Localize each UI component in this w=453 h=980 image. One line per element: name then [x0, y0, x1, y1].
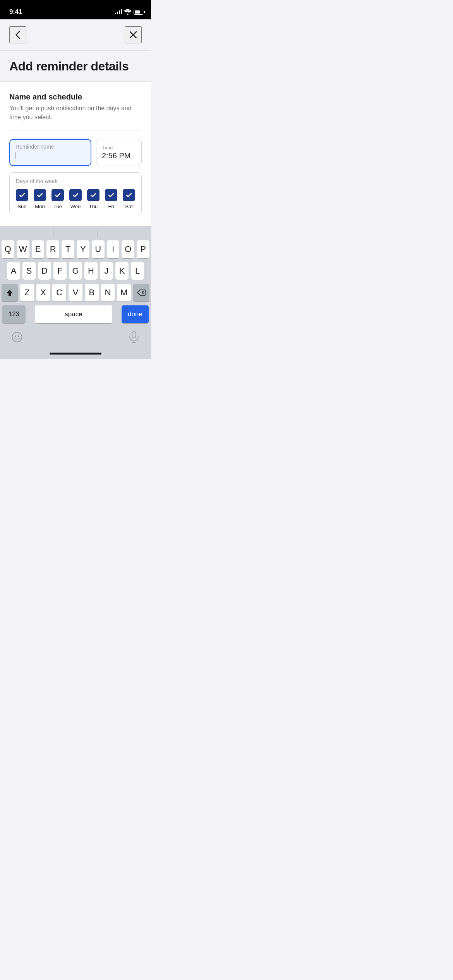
close-icon	[130, 31, 137, 38]
signal-icon	[115, 10, 122, 14]
svg-rect-4	[132, 332, 136, 338]
days-row: Sun Mon	[16, 189, 135, 209]
tuesday-label: Tue	[53, 204, 62, 209]
keyboard-row-2: A S D F G H J K L	[0, 262, 151, 280]
key-E[interactable]: E	[32, 240, 45, 258]
key-X[interactable]: X	[36, 284, 50, 302]
battery-icon	[134, 10, 143, 15]
shift-key[interactable]	[2, 284, 18, 302]
microphone-button[interactable]	[126, 329, 142, 345]
monday-checkbox	[34, 189, 46, 201]
section-title: Name and schedule	[9, 93, 142, 101]
key-V[interactable]: V	[69, 284, 82, 302]
space-key[interactable]: space	[35, 305, 112, 323]
shift-icon	[6, 289, 14, 296]
tuesday-checkbox	[51, 189, 64, 201]
reminder-name-label: Reminder name	[15, 144, 85, 150]
handle-left	[53, 230, 53, 237]
day-monday[interactable]: Mon	[34, 189, 46, 209]
microphone-icon	[129, 331, 139, 343]
keyboard-row-3: Z X C V B N M	[0, 284, 151, 302]
key-Y[interactable]: Y	[77, 240, 89, 258]
key-D[interactable]: D	[38, 262, 51, 280]
back-button[interactable]	[9, 26, 26, 43]
check-icon	[125, 192, 132, 199]
emoji-button[interactable]	[9, 329, 25, 345]
thursday-checkbox	[87, 189, 100, 201]
back-icon	[15, 31, 20, 39]
sunday-checkbox	[16, 189, 28, 201]
check-icon	[72, 192, 79, 199]
thursday-label: Thu	[89, 204, 98, 209]
svg-point-0	[127, 14, 129, 15]
section-description: You'll get a push notification on the da…	[9, 104, 142, 122]
wednesday-label: Wed	[70, 204, 81, 209]
saturday-label: Sat	[125, 204, 133, 209]
time-label: Time	[102, 145, 113, 151]
sunday-label: Sun	[17, 204, 26, 209]
key-O[interactable]: O	[122, 240, 134, 258]
day-thursday[interactable]: Thu	[87, 189, 100, 209]
key-P[interactable]: P	[137, 240, 149, 258]
key-T[interactable]: T	[62, 240, 74, 258]
key-R[interactable]: R	[46, 240, 59, 258]
handle-right	[98, 230, 98, 237]
close-button[interactable]	[125, 26, 142, 43]
status-time: 9:41	[9, 8, 22, 16]
day-friday[interactable]: Fri	[105, 189, 117, 209]
emoji-icon	[12, 332, 22, 343]
key-L[interactable]: L	[131, 262, 144, 280]
numbers-key[interactable]: 123	[2, 305, 26, 323]
virtual-keyboard: Q W E R T Y U I O P A S D F G H J K L	[0, 226, 151, 359]
reminder-name-field[interactable]: Reminder name	[9, 139, 91, 166]
delete-key[interactable]	[133, 284, 149, 302]
check-icon	[108, 192, 115, 199]
key-G[interactable]: G	[69, 262, 82, 280]
wifi-icon	[124, 9, 131, 15]
key-A[interactable]: A	[7, 262, 20, 280]
key-M[interactable]: M	[117, 284, 131, 302]
check-icon	[36, 192, 43, 199]
section-divider	[9, 130, 142, 130]
key-H[interactable]: H	[84, 262, 98, 280]
key-C[interactable]: C	[52, 284, 66, 302]
text-cursor	[15, 152, 16, 159]
day-tuesday[interactable]: Tue	[51, 189, 64, 209]
key-J[interactable]: J	[100, 262, 113, 280]
wednesday-checkbox	[69, 189, 82, 201]
key-U[interactable]: U	[92, 240, 105, 258]
key-B[interactable]: B	[85, 284, 99, 302]
time-picker-button[interactable]: Time 2:56 PM	[96, 139, 142, 166]
key-I[interactable]: I	[107, 240, 120, 258]
key-F[interactable]: F	[53, 262, 67, 280]
key-S[interactable]: S	[22, 262, 36, 280]
delete-icon	[137, 290, 146, 296]
status-bar: 9:41	[0, 0, 151, 19]
key-K[interactable]: K	[115, 262, 129, 280]
keyboard-handles	[0, 230, 151, 237]
key-Q[interactable]: Q	[2, 240, 14, 258]
home-bar	[50, 353, 101, 355]
monday-label: Mon	[35, 204, 45, 209]
saturday-checkbox	[123, 189, 135, 201]
keyboard-row-4: 123 space done	[0, 305, 151, 323]
friday-checkbox	[105, 189, 117, 201]
done-key[interactable]: done	[122, 305, 149, 323]
main-sheet: Add reminder details Name and schedule Y…	[0, 19, 151, 359]
key-Z[interactable]: Z	[20, 284, 34, 302]
friday-label: Fri	[108, 204, 114, 209]
svg-point-3	[18, 336, 19, 337]
svg-point-2	[15, 336, 16, 337]
page-title-section: Add reminder details	[0, 51, 151, 82]
day-saturday[interactable]: Sat	[123, 189, 135, 209]
keyboard-extras	[0, 326, 151, 350]
key-W[interactable]: W	[17, 240, 29, 258]
day-wednesday[interactable]: Wed	[69, 189, 82, 209]
day-sunday[interactable]: Sun	[16, 189, 28, 209]
check-icon	[54, 192, 61, 199]
time-value: 2:56 PM	[102, 151, 130, 160]
check-icon	[90, 192, 97, 199]
navigation-header	[0, 19, 151, 51]
page-title: Add reminder details	[9, 59, 142, 74]
key-N[interactable]: N	[101, 284, 115, 302]
